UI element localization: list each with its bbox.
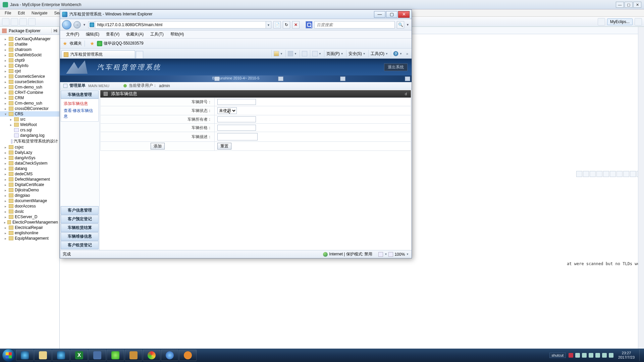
compat-view-button[interactable]: 📄 (273, 21, 281, 28)
tray-icon[interactable] (595, 353, 600, 358)
favorites-star-icon[interactable]: ★ (63, 41, 67, 47)
taskbar-app[interactable] (125, 350, 142, 361)
forward-button[interactable]: → (73, 21, 81, 28)
project-node[interactable]: ▸crossDBConnector (0, 106, 59, 111)
toolbar-button[interactable] (28, 18, 36, 25)
search-go-button[interactable]: 🔍 (397, 21, 404, 28)
cmd-print[interactable]: ▼ (310, 50, 323, 57)
project-node[interactable]: ▸CarXiaoQuManager (0, 36, 59, 42)
taskbar-ie2[interactable] (52, 350, 70, 361)
add-button[interactable]: 添加 (151, 143, 165, 149)
taskbar-ie[interactable] (16, 350, 34, 361)
taskbar-explorer[interactable] (34, 350, 52, 361)
perspective-myeclipse[interactable]: MyEclips... (607, 18, 633, 25)
tray-icon[interactable] (569, 353, 573, 358)
perspective-open-button[interactable] (598, 18, 605, 25)
toolbar-button[interactable] (11, 18, 18, 25)
project-node[interactable]: ▸csjxc (0, 144, 59, 150)
project-node[interactable]: ▸cjxt (0, 68, 59, 74)
project-node[interactable]: ▸dataCheckSystem (0, 161, 59, 166)
ie-menu-edit[interactable]: 编辑(E) (83, 31, 102, 38)
search-dropdown[interactable]: ▼ (406, 23, 410, 26)
project-node[interactable]: ▸courseSelection (0, 79, 59, 84)
cmd-tools[interactable]: 工具(O)▼ (368, 50, 390, 57)
project-node[interactable]: ▸Crm-demo_ssh (0, 84, 59, 90)
tray-network-icon[interactable] (602, 353, 607, 358)
view-toolbar-button[interactable] (603, 171, 609, 177)
project-node[interactable]: ▸CosmeticService (0, 74, 59, 79)
taskbar-everything[interactable] (179, 350, 197, 361)
view-toolbar-button[interactable] (576, 171, 582, 177)
project-node[interactable]: ▸documentManage (0, 198, 59, 203)
project-node[interactable]: ▸chatroom (0, 47, 59, 52)
stop-button[interactable]: ✕ (292, 21, 300, 28)
package-tree[interactable]: ▸CarXiaoQuManager▸chatlite▸chatroom▸Chat… (0, 35, 59, 349)
ie-close-button[interactable]: ✕ (398, 11, 410, 18)
project-node[interactable]: 汽车租赁管理系统的设计 (0, 138, 59, 144)
menu-section-customer-info[interactable]: 客户信息管理 (61, 206, 99, 215)
tray-icon[interactable] (582, 353, 587, 358)
cmd-page[interactable]: 页面(P)▼ (324, 50, 345, 57)
project-node[interactable]: ▸ChatWebSockt (0, 52, 59, 58)
taskbar-app[interactable] (89, 350, 106, 361)
view-toolbar-button[interactable] (596, 171, 602, 177)
ime-indicator[interactable]: shutcut (549, 353, 566, 358)
menu-item-add-vehicle[interactable]: 添加车辆信息 (61, 100, 98, 107)
project-node[interactable]: ▸WebRoot (0, 122, 59, 127)
toolbar-button[interactable] (2, 18, 9, 25)
project-node[interactable]: ▸CRHT-Combine (0, 90, 59, 95)
favorites-label[interactable]: 收藏夹 (70, 41, 82, 46)
project-node[interactable]: ▸doorAccess (0, 203, 59, 209)
project-node[interactable]: ▸chpt9 (0, 58, 59, 63)
taskbar-app[interactable] (161, 350, 178, 361)
perspective-other[interactable] (635, 18, 642, 25)
cmd-help[interactable]: ?▼ (391, 50, 404, 57)
project-node[interactable]: ▸src (0, 117, 59, 122)
ie-maximize-button[interactable]: ▢ (386, 11, 397, 18)
input-plate[interactable] (217, 99, 256, 105)
refresh-button[interactable]: ↻ (283, 21, 290, 28)
search-provider-icon[interactable] (306, 21, 312, 28)
ie-menu-file[interactable]: 文件(F) (63, 31, 82, 38)
project-node[interactable]: ▸DailyLazy (0, 150, 59, 155)
address-dropdown[interactable]: ▼ (266, 21, 271, 28)
zoom-icon[interactable] (388, 252, 393, 257)
eclipse-maximize-button[interactable]: ▢ (625, 2, 633, 8)
eclipse-minimize-button[interactable]: — (616, 2, 624, 8)
tab-hierarchy[interactable]: Hi (51, 28, 57, 33)
cmd-overflow[interactable]: » (405, 52, 410, 56)
project-node[interactable]: ▸ElecticPowerManagemen (0, 220, 59, 225)
favorite-link[interactable]: 做毕设QQ-550283579 (97, 41, 144, 46)
address-bar[interactable] (95, 21, 266, 28)
project-node[interactable]: ▸DefectManagement (0, 177, 59, 182)
ie-title-bar[interactable]: 汽车租赁管理系统 - Windows Internet Explorer — ▢… (60, 10, 412, 19)
cmd-home[interactable]: ▼ (271, 50, 285, 57)
protected-mode-icon[interactable] (378, 252, 383, 257)
project-node[interactable]: ▸DijkstraDemo (0, 187, 59, 193)
menu-section-vehicle-info[interactable]: 车辆信息管理 (61, 90, 99, 99)
menu-edit[interactable]: Edit (15, 10, 28, 16)
start-button[interactable] (2, 349, 15, 362)
project-node[interactable]: ▸Crm-demo_ssh (0, 101, 59, 106)
project-node[interactable]: ▸englishonline (0, 230, 59, 236)
menu-file[interactable]: File (2, 10, 14, 16)
project-node[interactable]: ▸dedeCMS (0, 171, 59, 177)
back-button[interactable]: ← (62, 20, 71, 29)
nav-history-dropdown[interactable]: ▼ (83, 23, 86, 26)
tray-up-icon[interactable]: ▲ (575, 353, 580, 358)
project-node[interactable]: ▸chatlite (0, 42, 59, 47)
project-node[interactable]: ▸CityInfo (0, 63, 59, 68)
vertical-scrollbar[interactable] (638, 27, 644, 349)
taskbar-clock[interactable]: 23:27 2017/7/23 (616, 351, 637, 360)
menu-item-view-edit-vehicle[interactable]: 查看·修改车辆信息 (61, 107, 98, 120)
project-node[interactable]: ▸ECServer_D (0, 214, 59, 220)
zoom-dropdown[interactable]: ▼ (406, 253, 409, 256)
taskbar-chrome[interactable] (143, 350, 160, 361)
logout-button[interactable]: 退出系统 (384, 63, 408, 71)
eclipse-close-button[interactable]: ✕ (633, 2, 641, 8)
input-price[interactable] (217, 125, 256, 131)
menu-section-rental-settlement[interactable]: 车辆租赁结算 (61, 224, 99, 232)
add-favorite-icon[interactable]: ★ (90, 41, 94, 47)
project-node[interactable]: ▸CRM (0, 95, 59, 101)
view-toolbar-button[interactable] (630, 171, 636, 177)
